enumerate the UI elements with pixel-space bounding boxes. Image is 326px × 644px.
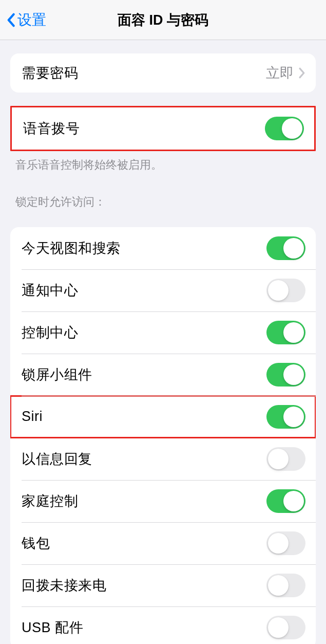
voice-dial-caption: 音乐语音控制将始终被启用。	[0, 151, 326, 176]
page-title: 面容 ID 与密码	[118, 11, 208, 29]
return-missed-calls-row[interactable]: 回拨未接来电	[10, 564, 316, 606]
navigation-bar: 设置 面容 ID 与密码	[0, 0, 326, 40]
chevron-right-icon	[299, 67, 305, 79]
row-label: 通知中心	[22, 281, 78, 300]
require-passcode-value: 立即	[266, 64, 294, 82]
require-passcode-row[interactable]: 需要密码 立即	[10, 53, 316, 93]
row-label: 锁屏小组件	[22, 365, 92, 384]
control-center-row[interactable]: 控制中心	[10, 311, 316, 354]
siri-row[interactable]: Siri	[10, 396, 316, 438]
notification-center-row[interactable]: 通知中心	[10, 269, 316, 311]
home-control-toggle[interactable]	[266, 489, 305, 513]
return-missed-calls-toggle[interactable]	[266, 574, 305, 597]
require-passcode-group: 需要密码 立即	[10, 53, 316, 93]
chevron-left-icon	[6, 13, 15, 27]
usb-accessories-toggle[interactable]	[266, 616, 305, 639]
wallet-toggle[interactable]	[266, 531, 305, 555]
back-label: 设置	[17, 10, 46, 30]
notification-center-toggle[interactable]	[266, 279, 305, 302]
voice-dial-group: 语音拨号	[10, 106, 316, 151]
today-view-toggle[interactable]	[266, 236, 305, 260]
voice-dial-toggle[interactable]	[265, 117, 304, 140]
lock-screen-widgets-toggle[interactable]	[266, 363, 305, 387]
row-label: 控制中心	[22, 323, 78, 342]
home-control-row[interactable]: 家庭控制	[10, 480, 316, 522]
row-label: 今天视图和搜索	[22, 239, 121, 257]
require-passcode-label: 需要密码	[22, 64, 78, 82]
reply-with-message-row[interactable]: 以信息回复	[10, 438, 316, 480]
back-button[interactable]: 设置	[6, 10, 46, 30]
row-label: 回拨未接来电	[22, 576, 106, 595]
wallet-row[interactable]: 钱包	[10, 522, 316, 564]
voice-dial-row[interactable]: 语音拨号	[12, 107, 314, 150]
siri-toggle[interactable]	[266, 405, 305, 429]
row-label: 家庭控制	[22, 492, 78, 510]
today-view-row[interactable]: 今天视图和搜索	[10, 227, 316, 269]
lock-access-group: 今天视图和搜索 通知中心 控制中心 锁屏小组件 Siri 以信息回复 家庭控制	[10, 227, 316, 644]
voice-dial-label: 语音拨号	[23, 119, 80, 138]
row-label: Siri	[22, 409, 43, 425]
row-label: 以信息回复	[22, 450, 92, 468]
usb-accessories-row[interactable]: USB 配件	[10, 606, 316, 644]
reply-with-message-toggle[interactable]	[266, 447, 305, 471]
control-center-toggle[interactable]	[266, 321, 305, 344]
lock-screen-widgets-row[interactable]: 锁屏小组件	[10, 354, 316, 396]
lock-access-header: 锁定时允许访问：	[0, 176, 326, 214]
row-label: USB 配件	[22, 618, 83, 637]
row-label: 钱包	[22, 534, 50, 553]
